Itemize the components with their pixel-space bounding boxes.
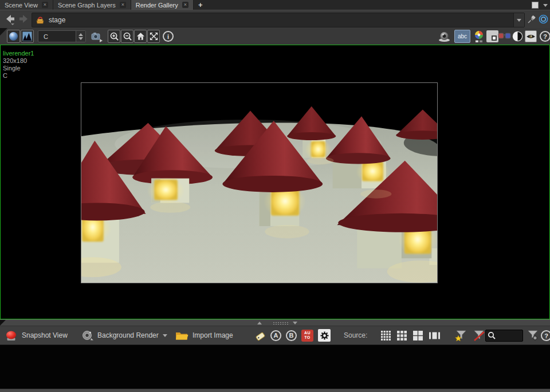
spinner-up-icon (78, 33, 83, 36)
inspect-pixel-button[interactable] (525, 30, 537, 42)
auto-update-button[interactable]: AU TO (301, 330, 313, 342)
column-view-icon[interactable] (429, 330, 441, 341)
render-channel: C (3, 72, 34, 80)
close-icon[interactable]: × (182, 2, 188, 8)
splitter-collapse-down-icon[interactable] (293, 322, 297, 324)
path-location: stage (49, 16, 509, 24)
splitter-corner-icon (0, 320, 6, 326)
forward-button[interactable] (18, 14, 29, 25)
back-button[interactable] (5, 14, 16, 25)
stage-icon (36, 16, 45, 25)
grid-large-icon[interactable] (412, 330, 423, 341)
color-correction-icon[interactable] (474, 30, 484, 43)
tab-scene-graph-layers[interactable]: Scene Graph Layers × (53, 0, 131, 10)
path-field[interactable]: stage (32, 13, 525, 27)
help-icon: ? (543, 33, 547, 40)
background-render-icon (81, 330, 93, 341)
render-view-mode-button[interactable] (7, 30, 20, 43)
layout-switcher (380, 326, 441, 345)
red-button-icon (5, 330, 18, 342)
gallery-filters: A B AU TO (256, 326, 331, 345)
tag-icon[interactable] (256, 330, 266, 341)
grid-medium-icon[interactable] (396, 330, 407, 341)
display-set-value: C (38, 31, 76, 42)
auto-top: AU (304, 331, 311, 335)
close-icon[interactable]: × (42, 2, 48, 8)
info-icon: i (167, 33, 169, 40)
render-camera-icon[interactable] (438, 30, 451, 42)
rendered-image[interactable] (81, 82, 438, 283)
auto-bottom: TO (304, 335, 310, 340)
filter-settings-icon[interactable] (526, 330, 540, 342)
splitter-collapse-up-icon[interactable] (257, 322, 262, 324)
search-icon (488, 331, 496, 340)
gallery-help-button[interactable]: ? (541, 330, 550, 341)
render-settings-button[interactable] (318, 329, 331, 342)
live-sync-icon[interactable] (539, 14, 548, 24)
pin-icon[interactable] (527, 15, 536, 24)
stereo-glasses-icon[interactable] (498, 33, 511, 40)
home-icon (136, 31, 146, 41)
tab-label: Scene View (5, 2, 38, 9)
village-render (81, 83, 437, 283)
pane-layout-icon[interactable] (532, 2, 539, 9)
info-button[interactable]: i (163, 31, 174, 42)
pane-menu-caret-icon[interactable] (543, 4, 548, 7)
viewport-toolbar: C (0, 28, 550, 45)
tab-scene-view[interactable]: Scene View × (0, 0, 53, 10)
tab-render-gallery[interactable]: Render Gallery × (131, 0, 194, 10)
source-label: Source: (344, 331, 367, 339)
splitter-grip[interactable] (273, 322, 289, 325)
snapshot-view-button[interactable]: Snapshot View (5, 326, 68, 345)
display-set-select[interactable]: C (38, 30, 86, 42)
render-gallery-strip: liverender1 liverender1 liverender1 live… (0, 345, 550, 392)
help-button[interactable]: ? (540, 31, 550, 42)
badge-a-label: A (274, 332, 278, 339)
render-info-overlay: liverender1 320x180 Single C (3, 50, 34, 80)
path-bar: stage (0, 10, 550, 28)
grid-small-icon[interactable] (380, 330, 391, 341)
filter-favorites-icon[interactable] (454, 330, 468, 342)
snapshot-view-label: Snapshot View (22, 331, 68, 339)
contrast-icon[interactable] (512, 31, 523, 42)
close-icon[interactable]: × (120, 2, 126, 8)
filter-clear-icon[interactable] (472, 330, 486, 342)
path-dropdown-caret[interactable] (513, 13, 524, 27)
zoom-in-button[interactable] (108, 30, 120, 43)
tab-label: Render Gallery (136, 2, 178, 9)
render-name: liverender1 (3, 50, 34, 57)
gallery-search[interactable] (485, 330, 523, 342)
gallery-scrollbar[interactable] (0, 389, 550, 392)
pane-tab-bar: Scene View × Scene Graph Layers × Render… (0, 0, 550, 10)
filter-b-button[interactable]: B (286, 330, 297, 341)
pane-splitter[interactable] (0, 319, 550, 326)
display-set-spinner[interactable] (76, 31, 85, 42)
import-image-label: Import Image (192, 331, 233, 339)
histogram-icon (22, 31, 32, 41)
eye-icon (525, 31, 536, 42)
background-render-caret-icon (163, 334, 167, 337)
render-resolution: 320x180 (3, 57, 34, 65)
snapshot-camera-icon[interactable] (91, 30, 103, 43)
import-image-button[interactable]: Import Image (175, 326, 233, 345)
badge-b-label: B (289, 332, 294, 339)
spinner-down-icon (78, 37, 83, 40)
render-viewport[interactable]: liverender1 320x180 Single C (0, 45, 550, 319)
frame-all-button[interactable] (147, 30, 160, 43)
display-text-toggle[interactable]: abc (454, 30, 470, 43)
houdini-window: Scene View × Scene Graph Layers × Render… (0, 0, 550, 392)
home-view-button[interactable] (134, 30, 147, 43)
zoom-in-icon (109, 31, 119, 41)
search-input[interactable] (496, 332, 521, 340)
filter-a-button[interactable]: A (270, 330, 281, 341)
folder-icon (175, 331, 188, 340)
region-render-icon[interactable] (486, 30, 498, 42)
render-mode: Single (3, 65, 34, 72)
new-tab-button[interactable]: + (194, 0, 207, 10)
expand-arrows-icon (149, 31, 159, 41)
zoom-out-button[interactable] (121, 30, 133, 43)
histogram-view-button[interactable] (21, 30, 34, 43)
background-render-button[interactable]: Background Render (81, 326, 167, 345)
source-label-wrap: Source: (344, 326, 367, 345)
help-icon: ? (544, 332, 548, 339)
